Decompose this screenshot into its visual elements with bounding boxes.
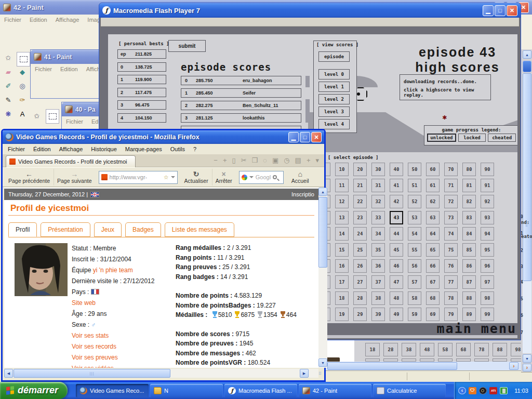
eraser-icon[interactable]: ▰ [3, 66, 14, 77]
plus-icon[interactable]: + [223, 156, 227, 164]
clock[interactable]: 11:03 [514, 388, 528, 394]
episode-cell-43[interactable]: 43 [390, 211, 403, 224]
episode-cell-94[interactable]: 94 [481, 227, 494, 241]
personal-best-row[interactable]: 4104.150 [117, 113, 166, 123]
episode-cell-24[interactable]: 24 [353, 227, 367, 241]
tab-profil[interactable]: Profil [8, 222, 37, 237]
episode-cell-77[interactable]: 77 [444, 275, 458, 289]
menu-item-edition[interactable]: Edition [30, 17, 47, 23]
episode-cell-48[interactable]: 48 [420, 343, 434, 356]
stop-button[interactable]: × Arrêter [212, 168, 236, 186]
link-voir-ses-preuves[interactable]: Voir ses preuves [72, 352, 154, 363]
text-icon[interactable]: A [17, 108, 28, 119]
personal-best-row[interactable]: 396.475 [117, 100, 166, 110]
episode-cell-30[interactable]: 30 [371, 163, 385, 176]
v-scroll-up-button[interactable]: ▲ [523, 50, 531, 59]
more-icon[interactable]: ▾ [315, 156, 319, 164]
view-scores-button-level1[interactable]: level 1 [318, 82, 350, 92]
episode-cell-97[interactable]: 97 [481, 275, 494, 289]
menu-item-outils[interactable]: Outils [170, 146, 185, 152]
brush-icon[interactable]: ✑ [17, 94, 28, 105]
taskbar-button-macromedia-flash-[interactable]: ƒMacromedia Flash ... [224, 384, 297, 397]
episode-cell-76[interactable]: 76 [444, 259, 458, 273]
episode-cell-81[interactable]: 81 [462, 179, 476, 192]
episode-cell-89[interactable]: 89 [462, 308, 476, 321]
fill-icon[interactable]: ◆ [17, 66, 28, 77]
link-voir-ses-records[interactable]: Voir ses records [72, 341, 154, 352]
episode-cell-73[interactable]: 73 [444, 211, 458, 224]
search-box[interactable]: Googl [239, 171, 284, 184]
episode-cell-93[interactable]: 93 [481, 211, 494, 224]
episode-cell-25[interactable]: 25 [353, 243, 367, 257]
link-voir-ses-vid-os[interactable]: Voir ses vidéos [72, 363, 154, 368]
menu-item-affichage[interactable]: Affichage [59, 146, 83, 152]
tab-pr-sentation[interactable]: Présentation [41, 222, 90, 237]
print-icon[interactable]: ▤ [295, 156, 301, 164]
view-scores-button-level4[interactable]: level 4 [318, 119, 350, 129]
firefox-titlebar[interactable]: Video Games Records - Profil de yicestmo… [3, 130, 324, 144]
episode-cell-74[interactable]: 74 [444, 227, 458, 241]
episode-cell-14[interactable]: 14 [335, 227, 349, 241]
taskbar-button-video-games-reco-[interactable]: Video Games Reco... [76, 384, 149, 397]
add-icon[interactable]: + [307, 156, 311, 164]
ati-tray-icon[interactable]: ATI [489, 387, 497, 394]
menu-item-affichage[interactable]: Affichage [56, 17, 79, 23]
episode-cell-10[interactable]: 10 [335, 163, 349, 176]
episode-cell-54[interactable]: 54 [408, 227, 421, 241]
url-bar[interactable]: http://www.vgr- ☆ [99, 171, 178, 184]
episode-cell-48[interactable]: 48 [390, 291, 403, 305]
h-scrollbar-thumb[interactable]: ||| [14, 369, 170, 378]
episode-cell-80[interactable]: 80 [462, 163, 476, 176]
episode-cell-59[interactable]: 59 [408, 308, 421, 321]
usb-tray-icon[interactable] [500, 387, 508, 394]
freeform-select-icon[interactable]: ✩ [3, 52, 14, 63]
episode-cell-61[interactable]: 61 [426, 179, 440, 192]
minimize-button[interactable]: ▁ [483, 5, 494, 16]
episode-cell-51[interactable]: 51 [408, 179, 421, 192]
episode-cell-39[interactable]: 39 [371, 308, 385, 321]
v-scroll-down-button[interactable]: ▼ [318, 358, 327, 367]
episode-cell-63[interactable]: 63 [426, 211, 440, 224]
episode-cell-95[interactable]: 95 [481, 243, 494, 257]
copy-icon[interactable]: ❒ [252, 156, 258, 164]
h-scroll-right-button[interactable]: ▶ [300, 369, 309, 378]
maximize-button[interactable]: □ [495, 5, 506, 16]
episode-cell-71[interactable]: 71 [444, 179, 458, 192]
episode-cell-38[interactable]: 38 [402, 343, 416, 356]
episode-cell-96[interactable]: 96 [481, 259, 494, 273]
score-scrollbar[interactable] [305, 76, 310, 133]
menu-item-marque-pages[interactable]: Marque-pages [125, 146, 162, 152]
episode-cell-58[interactable]: 58 [408, 291, 421, 305]
episode-cell-37[interactable]: 37 [371, 275, 385, 289]
menu-item-?[interactable]: ? [193, 146, 196, 152]
episode-cell-49[interactable]: 49 [390, 308, 403, 321]
episode-cell-90[interactable]: 90 [481, 163, 494, 176]
personal-best-row[interactable]: 2117.475 [117, 88, 166, 97]
episode-cell-17[interactable]: 17 [335, 275, 349, 289]
java-tray-icon[interactable] [469, 387, 476, 394]
episode-cell-18[interactable]: 18 [335, 291, 349, 305]
episode-cell-55[interactable]: 55 [408, 243, 421, 257]
episode-cell-19[interactable]: 19 [335, 308, 349, 321]
view-scores-button-level0[interactable]: level 0 [318, 69, 350, 79]
inscription-link[interactable]: Inscriptio [291, 191, 314, 197]
episode-cell-72[interactable]: 72 [444, 195, 458, 208]
legend-item-locked[interactable]: locked [458, 134, 486, 142]
episode-cell-85[interactable]: 85 [462, 243, 476, 257]
personal-best-row[interactable]: ep211.825 [117, 49, 166, 59]
menu-item-fichier[interactable]: Fichier [4, 17, 21, 23]
back-button[interactable]: ← Page précédente [5, 168, 54, 186]
collapse-chevron-icon[interactable]: ‹ [458, 387, 466, 394]
taskbar-button-calculatrice[interactable]: Calculatrice [373, 384, 446, 397]
episode-cell-46[interactable]: 46 [390, 259, 403, 273]
episode-cell-88[interactable]: 88 [493, 343, 507, 356]
episode-cell-84[interactable]: 84 [462, 227, 476, 241]
episode-cell-36[interactable]: 36 [371, 259, 385, 273]
cut-icon[interactable]: ✂ [241, 156, 247, 164]
tab-liste-des-messages[interactable]: Liste des messages [165, 222, 234, 237]
new-window-icon[interactable]: ▣ [272, 156, 278, 164]
episode-cell-28[interactable]: 28 [383, 343, 398, 356]
uk-flag-icon[interactable] [90, 192, 99, 197]
h-scroll-corner-button[interactable]: › [523, 364, 531, 371]
menu-item-historique[interactable]: Historique [91, 146, 117, 152]
